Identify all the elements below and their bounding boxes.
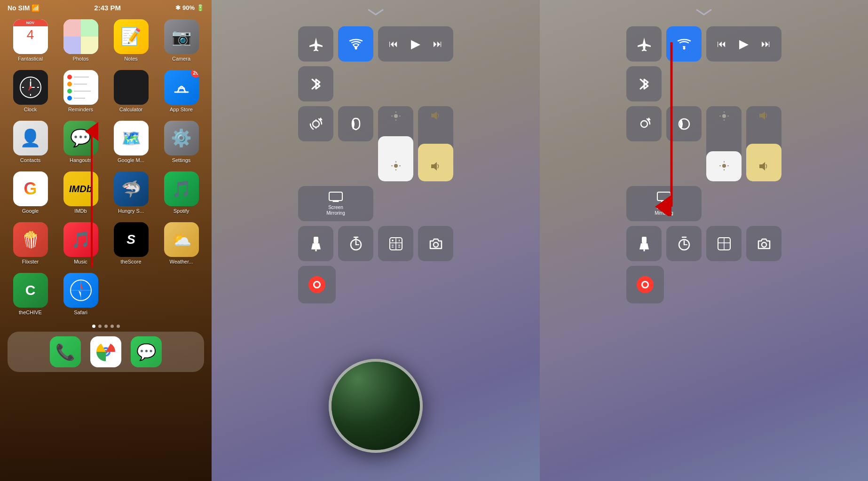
hangouts-icon: 💬: [63, 121, 98, 155]
dot-3: [104, 325, 108, 328]
cc3-calculator-button[interactable]: [706, 226, 742, 261]
app-reminders[interactable]: Reminders: [58, 70, 103, 112]
cc3-left-column: ⏮ ▶ ⏭: [626, 26, 781, 303]
dock-chrome[interactable]: [90, 336, 121, 367]
googlemaps-icon: 🗺️: [114, 121, 149, 155]
svg-point-32: [394, 164, 398, 168]
dock-messages[interactable]: 💬: [131, 336, 162, 367]
hangouts-label: Hangouts: [70, 157, 92, 163]
do-not-disturb-button[interactable]: [338, 106, 373, 141]
cc3-camera-button[interactable]: [746, 226, 781, 261]
control-center-panel3: ⏮ ▶ ⏭: [540, 0, 868, 481]
calculator-cc-button[interactable]: [378, 226, 413, 261]
cc3-row4: [626, 226, 781, 261]
contacts-icon: 👤: [13, 121, 48, 155]
cc3-controls-area: ⏮ ▶ ⏭: [540, 20, 868, 303]
record-inner: [313, 281, 321, 288]
cc3-screen-mirroring-button[interactable]: ScreenMirroring: [626, 186, 702, 221]
app-weather[interactable]: ⛅ Weather...: [158, 222, 204, 264]
svg-rect-74: [657, 192, 671, 201]
cc3-timer-button[interactable]: [666, 226, 702, 261]
svg-point-62: [722, 114, 726, 118]
app-hungrys[interactable]: 🦈 Hungry S...: [108, 171, 154, 214]
notes-label: Notes: [124, 56, 138, 62]
dock-phone[interactable]: 📞: [50, 336, 81, 367]
magnified-record-view: [329, 359, 423, 453]
chevron-down-3[interactable]: [540, 0, 868, 20]
rotation-lock-button[interactable]: [298, 106, 333, 141]
app-clock[interactable]: Clock: [8, 70, 53, 112]
settings-label: Settings: [172, 157, 191, 163]
cc3-bluetooth-button[interactable]: [626, 66, 662, 101]
status-left: No SIM 📶: [8, 4, 39, 12]
cc3-prev-button[interactable]: ⏮: [717, 39, 726, 49]
cc3-brightness-slider[interactable]: [706, 106, 742, 181]
cc3-next-button[interactable]: ⏭: [761, 39, 771, 49]
cc3-dnd-button[interactable]: [666, 106, 702, 141]
cc3-play-button[interactable]: ▶: [739, 37, 749, 51]
chevron-down[interactable]: [212, 0, 540, 20]
app-spotify[interactable]: 🎵 Spotify: [158, 171, 204, 214]
next-button[interactable]: ⏭: [433, 39, 442, 49]
cc3-screen-record-button[interactable]: [626, 266, 664, 303]
app-contacts[interactable]: 👤 Contacts: [8, 121, 53, 163]
play-button[interactable]: ▶: [411, 37, 420, 51]
imdb-label: IMDb: [74, 208, 87, 214]
app-safari[interactable]: Safari: [58, 273, 103, 315]
cc3-record-inner: [641, 281, 649, 288]
app-notes[interactable]: 📝 Notes: [108, 19, 154, 62]
calculator-label: Calculator: [119, 107, 143, 112]
app-hangouts[interactable]: 💬 Hangouts: [58, 121, 103, 163]
cc-row5: [298, 266, 453, 303]
screen-mirroring-button[interactable]: ScreenMirroring: [298, 186, 373, 221]
cc3-media-controls: ⏮ ▶ ⏭: [706, 26, 781, 62]
cc3-wifi-button[interactable]: [666, 26, 702, 62]
app-imdb[interactable]: IMDb IMDb: [58, 171, 103, 214]
cc-row3: ScreenMirroring: [298, 186, 453, 221]
camera-cc-button[interactable]: [418, 226, 453, 261]
airplane-mode-button[interactable]: [298, 26, 333, 62]
timer-button[interactable]: [338, 226, 373, 261]
cc3-placeholder: [666, 66, 702, 101]
cc3-rotation-button[interactable]: [626, 106, 662, 141]
cc3-volume-slider[interactable]: [746, 106, 781, 181]
svg-marker-38: [431, 162, 437, 171]
app-thescore[interactable]: S theScore: [108, 222, 154, 264]
clock-icon: [13, 70, 48, 105]
wifi-button[interactable]: [338, 26, 373, 62]
cc3-flashlight-button[interactable]: [626, 226, 662, 261]
app-music[interactable]: 🎵 Music: [58, 222, 103, 264]
svg-point-57: [434, 242, 438, 247]
fantastical-label: Fantastical: [18, 56, 43, 62]
app-appstore[interactable]: 26 App Store: [158, 70, 204, 112]
thescore-label: theScore: [120, 259, 141, 264]
flashlight-button[interactable]: [298, 226, 333, 261]
phone-icon: 📞: [50, 336, 81, 367]
app-calculator[interactable]: Calculator: [108, 70, 154, 112]
media-controls: ⏮ ▶ ⏭: [378, 26, 453, 62]
app-photos[interactable]: Photos: [58, 19, 103, 62]
app-fantastical[interactable]: Nov 4 Fantastical: [8, 19, 53, 62]
brightness-slider[interactable]: [378, 106, 413, 181]
hungrys-label: Hungry S...: [118, 208, 144, 214]
screen-record-button[interactable]: [298, 266, 336, 303]
dot-5: [117, 325, 120, 328]
status-bar: No SIM 📶 2:43 PM ✱ 90% 🔋: [0, 0, 212, 14]
app-settings[interactable]: ⚙️ Settings: [158, 121, 204, 163]
app-google[interactable]: G Google: [8, 171, 53, 214]
app-googlemaps[interactable]: 🗺️ Google M...: [108, 121, 154, 163]
cc3-row3: ScreenMirroring: [626, 186, 781, 221]
prev-button[interactable]: ⏮: [389, 39, 398, 49]
app-camera[interactable]: 📷 Camera: [158, 19, 204, 62]
volume-slider[interactable]: [418, 106, 453, 181]
appstore-label: App Store: [170, 107, 193, 112]
status-right: ✱ 90% 🔋: [175, 4, 204, 11]
bluetooth-button[interactable]: [298, 66, 333, 101]
time-display: 2:43 PM: [94, 4, 121, 12]
iphone-home-screen: No SIM 📶 2:43 PM ✱ 90% 🔋 Nov 4 Fantastic…: [0, 0, 212, 481]
svg-point-27: [394, 114, 398, 118]
app-thechive[interactable]: C theCHIVE: [8, 273, 53, 315]
dock: 📞 💬: [8, 332, 204, 372]
cc3-airplane-button[interactable]: [626, 26, 662, 62]
app-flixster[interactable]: 🍿 Flixster: [8, 222, 53, 264]
